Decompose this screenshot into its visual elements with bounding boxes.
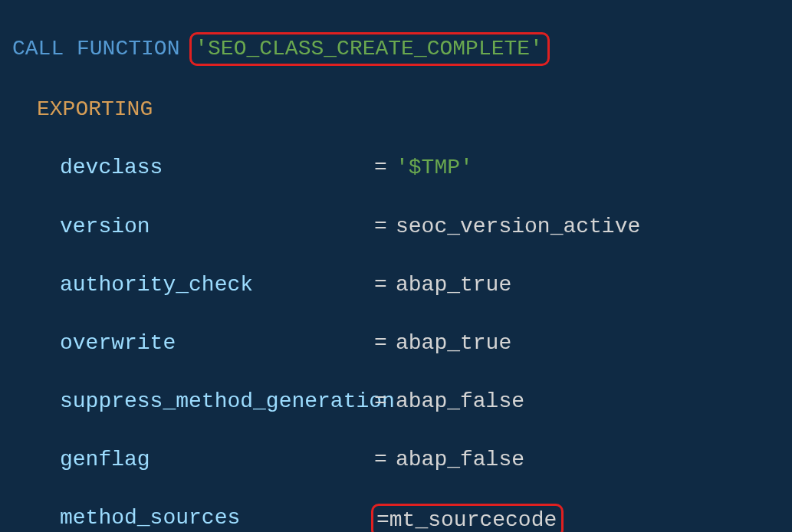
param-name: overwrite — [60, 329, 374, 358]
param-value: abap_true — [396, 329, 511, 358]
highlight-function-name: 'SEO_CLASS_CREATE_COMPLETE' — [189, 32, 550, 66]
equals-sign: = — [374, 445, 396, 475]
equals-sign: = — [374, 153, 396, 182]
function-name-literal: 'SEO_CLASS_CREATE_COMPLETE' — [195, 37, 543, 61]
param-name: authority_check — [60, 271, 374, 300]
param-name: genflag — [60, 445, 374, 475]
param-value: seoc_version_active — [396, 212, 640, 241]
param-row: suppress_method_generation=abap_false — [12, 387, 786, 416]
equals-sign: = — [374, 329, 396, 358]
equals-sign: = — [374, 271, 396, 300]
param-name: method_sources — [60, 504, 374, 532]
param-row: version=seoc_version_active — [12, 212, 786, 241]
section-exporting: EXPORTING — [37, 97, 153, 121]
param-row: method_sources=mt_sourcecode — [12, 504, 786, 532]
param-name: suppress_method_generation — [60, 387, 374, 416]
code-block: CALL FUNCTION 'SEO_CLASS_CREATE_COMPLETE… — [0, 0, 792, 532]
equals-sign: = — [374, 387, 396, 416]
param-name: version — [60, 212, 374, 241]
param-value: abap_false — [396, 445, 524, 475]
highlight-method-sources-value: =mt_sourcecode — [371, 504, 564, 532]
param-row: devclass='$TMP' — [12, 153, 786, 182]
param-name: devclass — [60, 153, 374, 182]
equals-sign: = — [374, 212, 396, 241]
param-row: overwrite=abap_true — [12, 329, 786, 358]
param-row: genflag=abap_false — [12, 445, 786, 475]
param-value: abap_true — [396, 271, 511, 300]
equals-sign: = — [376, 508, 389, 532]
param-row: authority_check=abap_true — [12, 271, 786, 300]
param-value: '$TMP' — [396, 153, 473, 182]
param-value: abap_false — [396, 387, 524, 416]
keyword-call-function: CALL FUNCTION — [12, 37, 179, 61]
param-value: mt_sourcecode — [389, 508, 557, 532]
